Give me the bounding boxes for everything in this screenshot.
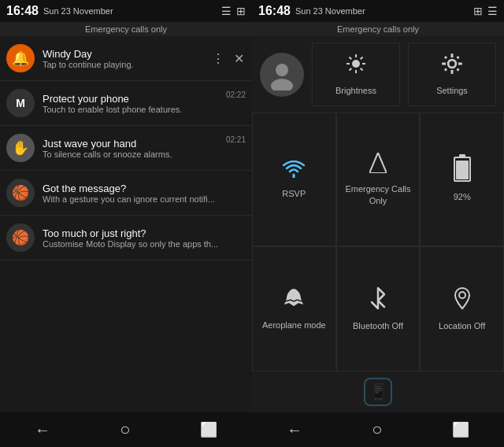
emergency-label: Emergency Calls Only [340,183,417,206]
notif-protect-phone[interactable]: M Protect your phone Touch to enable los… [0,81,252,126]
emergency-tile[interactable]: Emergency Calls Only [336,113,421,246]
left-back-button[interactable]: ← [19,416,66,444]
right-status-bar: 16:48 Sun 23 November ⊞ ☰ [252,0,504,22]
notif-protect-time: 02:22 [226,89,246,99]
brightness-tile[interactable]: Brightness [312,42,400,106]
bluetooth-label: Bluetooth Off [353,320,403,331]
location-label: Location Off [439,320,485,331]
right-date: Sun 23 November [295,6,473,16]
notification-list: 🔔 Windy Day Tap to continue playing. ⋮ ✕… [0,36,252,412]
watermark-icon: 📱 [364,378,392,406]
notif-got-content: Got the message? With a gesture you can … [43,183,246,204]
right-recent-button[interactable]: ⬜ [436,416,485,443]
settings-tile[interactable]: Settings [408,42,496,106]
notif-protect-icon: M [6,89,35,117]
left-panel: 16:48 Sun 23 November ☰ ⊞ Emergency call… [0,0,252,447]
avatar-icon [266,59,298,91]
bluetooth-icon [369,286,387,316]
left-status-bar: 16:48 Sun 23 November ☰ ⊞ [0,0,252,22]
battery-icon-container [454,157,471,187]
signal-icon [369,153,387,179]
battery-tile[interactable]: 92% [420,113,504,246]
battery-fill [456,161,469,179]
left-emergency-text: Emergency calls only [85,24,167,34]
notif-wave-title: Just wave your hand [43,138,223,150]
location-tile[interactable]: Location Off [420,246,504,371]
notif-wave-time: 02:21 [226,134,246,144]
right-emergency-bar: Emergency calls only [252,22,504,36]
svg-point-0 [276,64,288,76]
svg-line-7 [350,57,352,60]
notif-windy-day-icon: 🔔 [6,44,35,72]
notif-wave-sub: To silence calls or snooze alarms. [43,150,223,159]
svg-point-21 [449,61,456,68]
quick-settings-header: Brightness [252,36,504,113]
left-date: Sun 23 November [43,6,221,16]
aeroplane-tile[interactable]: Aeroplane mode [252,246,336,371]
brightness-label: Brightness [335,85,376,96]
plane-icon [283,287,305,315]
svg-point-1 [271,79,293,91]
svg-rect-18 [456,68,459,71]
watermark-area: 📱 [252,371,504,412]
left-home-button[interactable]: ○ [104,415,146,445]
svg-point-2 [352,60,360,68]
quick-tiles-grid: RSVP Emergency Calls Only 92% [252,113,504,371]
svg-rect-13 [451,54,454,57]
aeroplane-label: Aeroplane mode [262,320,326,331]
notif-too-much-content: Too much or just right? Customise Moto D… [43,227,246,249]
notif-got-title: Got the message? [43,183,246,194]
left-time: 16:48 [6,4,39,18]
rsvp-tile[interactable]: RSVP [252,113,336,246]
battery-label: 92% [454,191,471,202]
left-emergency-bar: Emergency calls only [0,22,252,36]
notif-windy-day-content: Windy Day Tap to continue playing. [43,48,206,69]
settings-icon [441,53,463,80]
notif-too-much[interactable]: 🏀 Too much or just right? Customise Moto… [0,216,252,260]
notif-protect-sub: Touch to enable lost phone features. [43,105,223,114]
left-bottom-nav: ← ○ ⬜ [0,412,252,447]
brightness-icon [345,53,367,80]
notif-windy-day-menu[interactable]: ⋮ [210,50,226,68]
svg-line-10 [350,68,352,71]
wifi-icon [283,159,305,183]
right-home-button[interactable]: ○ [356,415,398,445]
svg-rect-19 [456,56,459,59]
notif-wave-icon: ✋ [6,134,35,162]
notif-wave-hand[interactable]: ✋ Just wave your hand To silence calls o… [0,126,252,171]
svg-rect-15 [442,63,445,65]
left-recent-button[interactable]: ⬜ [184,416,233,443]
notif-too-much-sub: Customise Moto Display so only the apps … [43,239,246,249]
notif-too-much-title: Too much or just right? [43,227,246,239]
notif-got-icon: 🏀 [6,179,35,207]
notif-windy-day-close[interactable]: ✕ [232,50,246,68]
right-menu-icon: ☰ [487,5,498,17]
notif-got-message[interactable]: 🏀 Got the message? With a gesture you ca… [0,171,252,216]
right-panel: 16:48 Sun 23 November ⊞ ☰ Emergency call… [252,0,504,447]
notif-windy-day-actions: ⋮ ✕ [210,50,246,68]
right-emergency-text: Emergency calls only [337,24,419,34]
grid-icon: ⊞ [236,5,246,17]
svg-rect-16 [459,63,462,65]
svg-point-23 [459,292,465,298]
svg-line-9 [361,57,363,60]
svg-marker-22 [369,153,387,173]
notif-protect-title: Protect your phone [43,93,223,105]
notif-too-much-icon: 🏀 [6,224,35,252]
notif-windy-day[interactable]: 🔔 Windy Day Tap to continue playing. ⋮ ✕ [0,36,252,81]
right-bottom-nav: ← ○ ⬜ [252,412,504,447]
location-icon [453,286,472,316]
notif-wave-content: Just wave your hand To silence calls or … [43,138,223,159]
rsvp-label: RSVP [282,188,306,199]
svg-line-8 [361,68,363,71]
svg-rect-14 [451,71,454,74]
notifications-icon: ☰ [221,5,232,17]
right-grid-icon: ⊞ [473,5,483,17]
user-avatar[interactable] [260,53,304,97]
notif-windy-day-title: Windy Day [43,48,206,60]
right-status-icons: ⊞ ☰ [473,5,498,17]
bluetooth-tile[interactable]: Bluetooth Off [336,246,421,371]
svg-rect-20 [444,68,447,71]
notif-got-sub: With a gesture you can ignore current no… [43,194,246,204]
right-back-button[interactable]: ← [271,416,318,444]
